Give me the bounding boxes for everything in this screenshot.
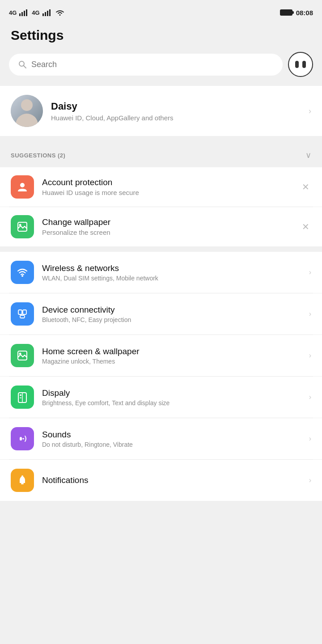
connectivity-title: Device connectivity bbox=[42, 305, 309, 315]
wifi-status-icon bbox=[55, 9, 65, 16]
suggestion-close-wallpaper[interactable]: ✕ bbox=[300, 220, 311, 234]
chevron-right-icon: › bbox=[309, 106, 311, 116]
smart-assist-icon bbox=[294, 59, 307, 70]
display-sub: Brightness, Eye comfort, Text and displa… bbox=[42, 399, 309, 407]
svg-rect-2 bbox=[24, 11, 25, 16]
connectivity-sub: Bluetooth, NFC, Easy projection bbox=[42, 316, 309, 323]
wallpaper-icon bbox=[11, 215, 34, 238]
status-right: 08:08 bbox=[280, 9, 313, 17]
svg-rect-28 bbox=[21, 483, 24, 484]
svg-point-15 bbox=[19, 224, 21, 226]
page-title: Settings bbox=[11, 28, 311, 43]
notifications-chevron: › bbox=[309, 476, 311, 484]
wireless-icon bbox=[11, 261, 34, 284]
suggestion-title-wallpaper: Change wallpaper bbox=[42, 217, 300, 227]
svg-point-29 bbox=[21, 475, 23, 477]
settings-item-notifications[interactable]: Notifications › bbox=[0, 460, 322, 501]
svg-rect-17 bbox=[18, 310, 22, 314]
settings-item-wireless[interactable]: Wireless & networks WLAN, Dual SIM setti… bbox=[0, 252, 322, 293]
network-label-2: 4G bbox=[32, 9, 39, 16]
svg-rect-12 bbox=[302, 61, 306, 68]
avatar-image bbox=[11, 95, 43, 127]
connectivity-icon bbox=[11, 302, 34, 326]
status-bar: 4G 4G 08:08 bbox=[0, 0, 322, 23]
avatar bbox=[11, 95, 43, 127]
suggestion-sub-wallpaper: Personalize the screen bbox=[42, 229, 300, 236]
search-bar[interactable] bbox=[9, 54, 283, 76]
svg-rect-4 bbox=[42, 13, 44, 16]
notifications-text: Notifications bbox=[42, 475, 309, 485]
notifications-title: Notifications bbox=[42, 475, 309, 485]
svg-line-10 bbox=[24, 66, 26, 68]
search-container bbox=[0, 52, 322, 86]
svg-rect-19 bbox=[20, 315, 25, 318]
user-subtitle: Huawei ID, Cloud, AppGallery and others bbox=[51, 114, 309, 122]
svg-rect-6 bbox=[47, 11, 48, 16]
svg-rect-25 bbox=[20, 394, 21, 396]
wireless-chevron: › bbox=[309, 268, 311, 276]
settings-item-sounds[interactable]: Sounds Do not disturb, Ringtone, Vibrate… bbox=[0, 418, 322, 459]
svg-point-22 bbox=[19, 353, 21, 355]
suggestion-title-account: Account protection bbox=[42, 178, 300, 187]
svg-rect-1 bbox=[21, 12, 23, 16]
suggestions-header[interactable]: SUGGESTIONS (2) ∨ bbox=[0, 141, 322, 167]
svg-point-13 bbox=[20, 183, 25, 187]
search-icon bbox=[18, 60, 27, 69]
user-name: Daisy bbox=[51, 101, 309, 112]
time-display: 08:08 bbox=[296, 9, 313, 17]
homescreen-text: Home screen & wallpaper Magazine unlock,… bbox=[42, 347, 309, 365]
user-info: Daisy Huawei ID, Cloud, AppGallery and o… bbox=[51, 101, 309, 122]
search-input[interactable] bbox=[31, 60, 274, 69]
section-gap-2 bbox=[0, 246, 322, 252]
homescreen-chevron: › bbox=[309, 352, 311, 360]
svg-rect-26 bbox=[20, 397, 21, 398]
svg-rect-27 bbox=[20, 437, 22, 441]
suggestion-close-account[interactable]: ✕ bbox=[300, 180, 311, 194]
svg-rect-5 bbox=[45, 12, 46, 16]
suggestion-sub-account: Huawei ID usage is more secure bbox=[42, 189, 300, 196]
sounds-chevron: › bbox=[309, 435, 311, 443]
homescreen-title: Home screen & wallpaper bbox=[42, 347, 309, 356]
page-title-bar: Settings bbox=[0, 23, 322, 52]
suggestion-text-account: Account protection Huawei ID usage is mo… bbox=[42, 178, 300, 196]
user-profile-card[interactable]: Daisy Huawei ID, Cloud, AppGallery and o… bbox=[0, 86, 322, 136]
section-gap-1 bbox=[0, 136, 322, 141]
svg-rect-18 bbox=[23, 310, 26, 314]
suggestion-item-wallpaper[interactable]: Change wallpaper Personalize the screen … bbox=[0, 207, 322, 246]
settings-item-connectivity[interactable]: Device connectivity Bluetooth, NFC, Easy… bbox=[0, 293, 322, 335]
homescreen-icon bbox=[11, 344, 34, 367]
sounds-text: Sounds Do not disturb, Ringtone, Vibrate bbox=[42, 430, 309, 448]
homescreen-sub: Magazine unlock, Themes bbox=[42, 358, 309, 365]
svg-rect-7 bbox=[49, 9, 51, 16]
settings-item-display[interactable]: Dispaly Brightness, Eye comfort, Text an… bbox=[0, 377, 322, 418]
suggestion-item-account-protection[interactable]: Account protection Huawei ID usage is mo… bbox=[0, 167, 322, 207]
settings-item-homescreen[interactable]: Home screen & wallpaper Magazine unlock,… bbox=[0, 335, 322, 376]
svg-rect-11 bbox=[295, 61, 299, 68]
connectivity-chevron: › bbox=[309, 310, 311, 318]
svg-rect-0 bbox=[19, 13, 21, 16]
sounds-icon bbox=[11, 427, 34, 450]
display-title: Dispaly bbox=[42, 388, 309, 398]
sounds-title: Sounds bbox=[42, 430, 309, 440]
wireless-title: Wireless & networks bbox=[42, 263, 309, 273]
wireless-sub: WLAN, Dual SIM settings, Mobile network bbox=[42, 275, 309, 282]
status-left: 4G 4G bbox=[9, 9, 65, 16]
svg-rect-3 bbox=[26, 9, 27, 16]
account-protection-icon bbox=[11, 175, 34, 199]
network-label-1: 4G bbox=[9, 9, 17, 16]
smart-assist-button[interactable] bbox=[288, 52, 313, 77]
connectivity-text: Device connectivity Bluetooth, NFC, Easy… bbox=[42, 305, 309, 323]
wireless-text: Wireless & networks WLAN, Dual SIM setti… bbox=[42, 263, 309, 282]
suggestion-text-wallpaper: Change wallpaper Personalize the screen bbox=[42, 217, 300, 236]
display-icon bbox=[11, 386, 34, 409]
svg-point-16 bbox=[21, 275, 23, 277]
suggestions-label: SUGGESTIONS (2) bbox=[11, 152, 65, 159]
sounds-sub: Do not disturb, Ringtone, Vibrate bbox=[42, 441, 309, 448]
signal-icon-1 bbox=[19, 9, 29, 16]
signal-icon-2 bbox=[42, 9, 52, 16]
display-chevron: › bbox=[309, 393, 311, 401]
display-text: Dispaly Brightness, Eye comfort, Text an… bbox=[42, 388, 309, 407]
notifications-icon bbox=[11, 469, 34, 492]
battery-icon bbox=[280, 9, 292, 16]
svg-point-8 bbox=[59, 14, 60, 16]
